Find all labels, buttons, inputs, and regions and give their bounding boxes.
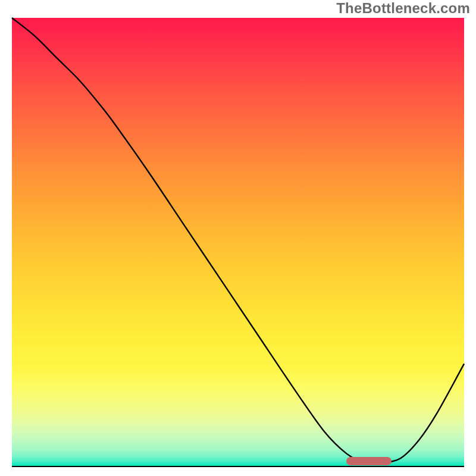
x-axis-line [12, 466, 464, 467]
bottleneck-curve-line [12, 18, 464, 464]
plot-area [12, 18, 464, 467]
bottleneck-chart: TheBottleneck.com [0, 0, 476, 476]
curve-svg [12, 18, 464, 467]
watermark-text: TheBottleneck.com [336, 0, 470, 17]
optimal-range-marker [346, 457, 392, 465]
